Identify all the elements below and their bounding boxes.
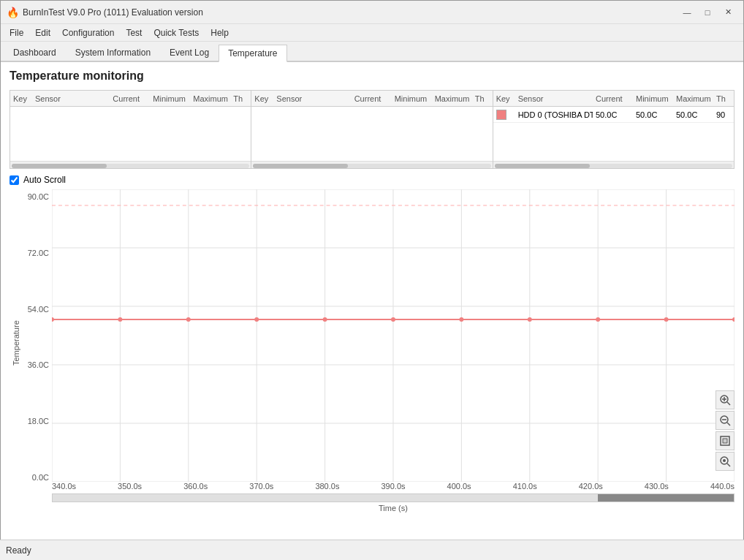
main-content: Temperature monitoring Key Sensor Curren… [1,62,743,540]
td-threshold-hdd: 90 [713,110,734,119]
menu-help[interactable]: Help [205,25,235,41]
page-title: Temperature monitoring [10,69,734,83]
chart-scrollbar-thumb [598,494,734,502]
fit-icon [719,435,731,447]
tab-bar: Dashboard System Information Event Log T… [1,42,743,62]
menu-test[interactable]: Test [120,25,148,41]
table-header-1: Key Sensor Current Minimum Maximum Th [10,91,251,107]
scrollbar-1[interactable] [10,161,251,168]
scrollbar-track-2 [253,164,490,168]
tab-system-information[interactable]: System Information [66,43,160,61]
menu-quick-tests[interactable]: Quick Tests [148,25,205,41]
x-label-8: 420.0s [579,482,603,491]
table-body-1 [10,107,251,161]
chart-svg [52,189,734,482]
th-threshold-3: Th [713,94,734,103]
svg-point-27 [596,317,600,322]
status-text: Ready [6,545,31,556]
x-label-6: 400.0s [447,482,471,491]
td-key-hdd [493,110,515,120]
x-label-4: 380.0s [315,482,339,491]
th-current-1: Current [110,94,150,103]
autoscroll-checkbox[interactable] [10,175,19,185]
x-label-7: 410.0s [513,482,537,491]
scrollbar-track-3 [495,164,732,168]
th-maximum-3: Maximum [673,94,713,103]
autoscroll-area: Auto Scroll [10,175,734,185]
th-key-2: Key [251,94,273,103]
table-body-2 [251,107,492,161]
menu-edit[interactable]: Edit [29,25,56,41]
tab-temperature[interactable]: Temperature [219,45,286,62]
scrollbar-thumb-2 [253,164,348,168]
svg-line-31 [727,402,730,405]
svg-point-26 [528,317,532,322]
menu-configuration[interactable]: Configuration [56,25,120,41]
x-label-2: 360.0s [183,482,208,491]
fit-button[interactable] [715,431,734,450]
zoom-buttons [715,390,734,471]
svg-point-23 [323,317,327,322]
scrollbar-3[interactable] [493,161,734,168]
th-maximum-1: Maximum [190,94,230,103]
svg-point-22 [254,317,259,322]
chart-wrap: Temperature 90.0C 72.0C 54.0C 36.0C 18.0… [10,189,734,496]
tables-area: Key Sensor Current Minimum Maximum Th Ke… [10,90,734,169]
autoscroll-label[interactable]: Auto Scroll [23,175,66,185]
close-button[interactable]: ✕ [718,5,737,20]
svg-point-25 [459,317,463,322]
th-minimum-2: Minimum [392,94,432,103]
status-bar: Ready [0,540,744,560]
reset-zoom-button[interactable] [715,452,734,471]
x-label-3: 370.0s [249,482,273,491]
th-threshold-2: Th [472,94,493,103]
zoom-out-button[interactable] [715,411,734,430]
y-label-3: 36.0C [28,360,49,369]
x-label-1: 350.0s [118,482,142,491]
x-label-0: 340.0s [52,482,76,491]
sensor-panel-3: Key Sensor Current Minimum Maximum Th HD… [493,91,734,168]
x-axis: 340.0s 350.0s 360.0s 370.0s 380.0s 390.0… [52,482,734,491]
svg-rect-38 [723,439,727,443]
td-maximum-hdd: 50.0C [673,110,713,119]
th-key-1: Key [10,94,32,103]
x-label-10: 440.0s [710,482,734,491]
td-sensor-hdd: HDD 0 (TOSHIBA DT... [515,110,593,119]
chart-svg-area: 340.0s 350.0s 360.0s 370.0s 380.0s 390.0… [52,189,734,496]
chart-scrollbar[interactable] [52,493,734,502]
scrollbar-track-1 [12,164,249,168]
zoom-in-button[interactable] [715,390,734,409]
scrollbar-2[interactable] [251,161,492,168]
svg-point-24 [391,317,395,322]
table-header-2: Key Sensor Current Minimum Maximum Th [251,91,492,107]
zoom-in-icon [719,394,731,406]
scrollbar-thumb-3 [495,164,590,168]
tab-event-log[interactable]: Event Log [160,43,219,61]
zoom-out-icon [719,415,731,426]
maximize-button[interactable]: □ [698,5,717,20]
sensor-panel-2: Key Sensor Current Minimum Maximum Th [251,91,493,168]
y-label-0: 90.0C [28,192,49,201]
th-threshold-1: Th [230,94,251,103]
x-label-5: 390.0s [381,482,405,491]
menu-file[interactable]: File [4,25,29,41]
th-minimum-3: Minimum [633,94,673,103]
svg-point-41 [723,459,726,462]
minimize-button[interactable]: — [677,5,696,20]
svg-point-21 [186,317,191,322]
scrollbar-thumb-1 [12,164,107,168]
y-axis: 90.0C 72.0C 54.0C 36.0C 18.0C 0.0C [23,189,52,496]
y-axis-label: Temperature [10,189,23,496]
svg-line-35 [727,423,730,425]
reset-zoom-icon [719,455,731,467]
chart-container: Temperature 90.0C 72.0C 54.0C 36.0C 18.0… [10,189,734,522]
tab-dashboard[interactable]: Dashboard [4,43,66,61]
th-maximum-2: Maximum [432,94,472,103]
table-body-3: HDD 0 (TOSHIBA DT... 50.0C 50.0C 50.0C 9… [493,107,734,161]
th-minimum-1: Minimum [150,94,190,103]
th-current-2: Current [352,94,392,103]
table-header-3: Key Sensor Current Minimum Maximum Th [493,91,734,107]
th-key-3: Key [493,94,515,103]
y-label-2: 54.0C [28,305,49,314]
td-minimum-hdd: 50.0C [633,110,673,119]
